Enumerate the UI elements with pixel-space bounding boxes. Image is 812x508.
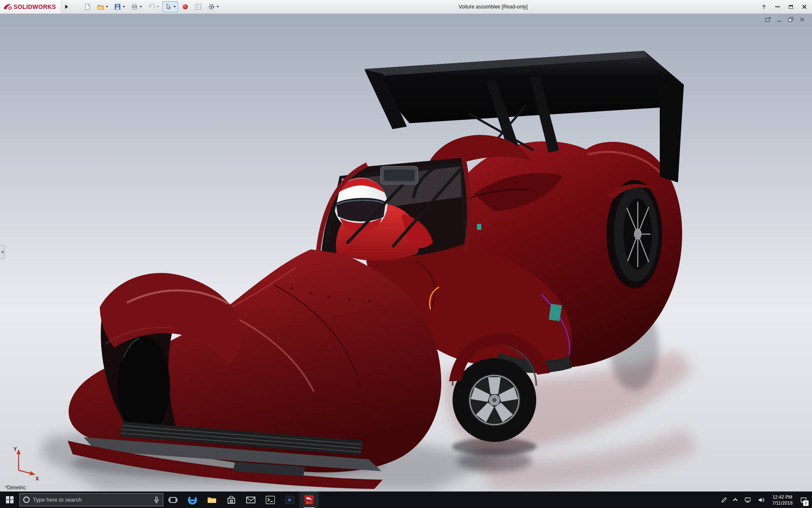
print-button[interactable] [129, 1, 144, 12]
solidworks-year-label: 2017 [306, 501, 313, 504]
network-icon [744, 497, 751, 503]
triad-x-label: X [36, 476, 39, 482]
doc-restore-icon [788, 17, 794, 22]
toolbar-expand-button[interactable] [62, 2, 71, 12]
edge-button[interactable] [183, 491, 202, 508]
dropdown-arrow-icon [156, 6, 159, 8]
store-icon [226, 494, 237, 505]
save-icon [114, 3, 121, 11]
options-gear-icon [208, 3, 215, 11]
open-folder-icon [97, 3, 104, 11]
solidworks-logo: SOLIDWORKS [0, 0, 61, 14]
pen-icon [721, 497, 727, 503]
design-table-icon [195, 3, 202, 11]
doc-close-icon [799, 17, 805, 22]
design-table-button[interactable] [192, 1, 204, 12]
rear-wheel[interactable] [606, 180, 662, 288]
start-button[interactable] [0, 491, 19, 508]
dropdown-arrow-icon [123, 6, 125, 8]
cortana-icon [23, 497, 30, 503]
new-document-button[interactable] [82, 1, 93, 12]
appearance-button[interactable] [179, 1, 191, 12]
notification-badge: 2 [803, 500, 809, 506]
speaker-icon [758, 497, 765, 503]
expand-arrow-icon [65, 5, 68, 9]
windows-taskbar: 2017 [0, 491, 812, 508]
clock-date: 7/11/2018 [772, 500, 793, 506]
store-button[interactable] [222, 491, 241, 508]
volume-button[interactable] [755, 491, 767, 508]
select-arrow-icon [165, 3, 172, 11]
command-prompt-icon [265, 494, 276, 505]
microphone-icon [154, 497, 159, 503]
doc-float-button[interactable] [764, 16, 772, 23]
select-tool-button[interactable] [162, 1, 178, 12]
doc-float-icon [765, 17, 771, 22]
undo-button[interactable] [145, 1, 161, 12]
title-bar: SOLIDWORKS [0, 0, 812, 14]
doc-close-button[interactable] [798, 16, 806, 23]
undo-icon [148, 3, 155, 11]
hidden-icons-button[interactable] [732, 491, 740, 508]
window-controls: ? [757, 0, 811, 14]
system-tray: 12:42 PM 7/11/2018 2 [718, 491, 812, 508]
task-view-icon [167, 494, 178, 505]
print-icon [131, 3, 138, 11]
save-button[interactable] [112, 1, 127, 12]
appearance-sphere-icon [181, 3, 189, 11]
maximize-button[interactable] [784, 1, 798, 12]
left-front-tire [118, 337, 170, 436]
search-input[interactable] [33, 497, 150, 503]
edge-icon [187, 494, 198, 505]
close-button[interactable] [798, 1, 811, 12]
new-document-icon [84, 3, 91, 11]
minimize-icon [775, 6, 780, 7]
dropdown-arrow-icon [106, 6, 108, 8]
document-title: Voiture assomblee [Read-only] [458, 4, 527, 10]
3d-scene[interactable]: Y X [0, 14, 812, 491]
collapse-arrow-icon [1, 250, 3, 254]
open-button[interactable] [95, 1, 110, 12]
mail-button[interactable] [241, 491, 261, 508]
task-view-button[interactable] [163, 491, 183, 508]
network-button[interactable] [742, 491, 754, 508]
dropdown-arrow-icon [140, 6, 142, 8]
document-window-controls [764, 16, 806, 23]
file-explorer-icon [206, 494, 217, 505]
graphics-viewport[interactable]: Y X [0, 14, 812, 491]
brand-text: SOLIDWORKS [14, 3, 56, 10]
windows-ink-button[interactable] [718, 491, 730, 508]
dropdown-arrow-icon [217, 6, 219, 8]
media-app-button[interactable] [280, 491, 299, 508]
maximize-icon [789, 5, 793, 9]
solidworks-window: SOLIDWORKS [0, 0, 812, 508]
options-button[interactable] [206, 1, 221, 12]
file-explorer-button[interactable] [202, 491, 222, 508]
media-app-icon [284, 494, 295, 505]
clock-time: 12:42 PM [772, 494, 792, 500]
close-icon [802, 4, 807, 9]
command-prompt-button[interactable] [261, 491, 280, 508]
doc-minimize-button[interactable] [776, 16, 783, 23]
minimize-button[interactable] [771, 1, 784, 12]
doc-minimize-icon [776, 17, 782, 22]
help-button[interactable]: ? [757, 1, 771, 12]
feature-tree-collapse-tab[interactable] [0, 245, 5, 259]
windows-logo-icon [6, 496, 14, 504]
taskbar-clock[interactable]: 12:42 PM 7/11/2018 [769, 491, 796, 508]
triad-y-label: Y [14, 446, 17, 452]
ds-logo-icon [3, 3, 12, 10]
dropdown-arrow-icon [173, 6, 176, 8]
chevron-up-icon [733, 498, 738, 502]
mail-icon [245, 494, 256, 505]
action-center-button[interactable]: 2 [798, 491, 809, 508]
view-orientation-label: *Dimetric [5, 485, 26, 491]
doc-restore-button[interactable] [787, 16, 795, 23]
solidworks-app-button[interactable]: 2017 [299, 491, 319, 508]
quick-toolbar [82, 1, 221, 12]
solidworks-app-icon: 2017 [304, 494, 315, 505]
taskbar-search[interactable] [19, 493, 163, 506]
